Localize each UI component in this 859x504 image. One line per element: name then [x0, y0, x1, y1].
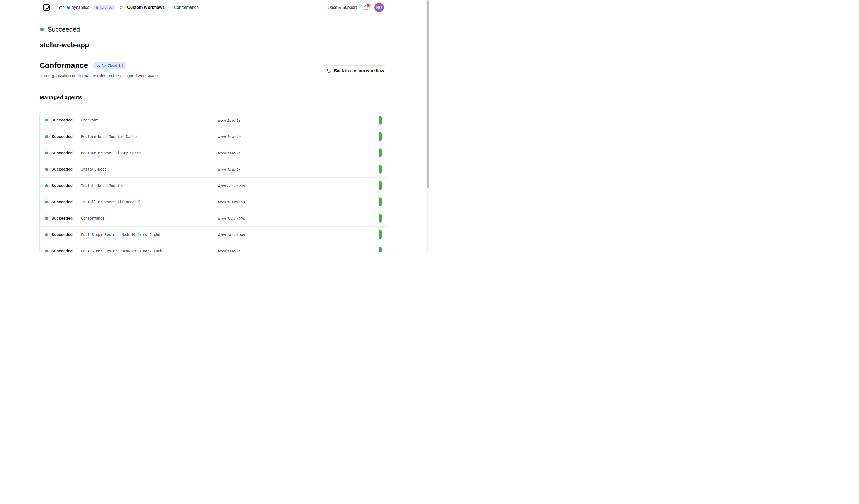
unread-notification-dot	[367, 4, 370, 7]
section-description: Run organization conformance rules on th…	[40, 74, 159, 78]
step-status-label: Succeeded	[51, 167, 73, 171]
agent-step-row[interactable]: Succeeded Conformance from 12s to 12s	[40, 210, 387, 226]
row-status: Succeeded	[45, 194, 73, 210]
step-name: Install Browsers (if needed)	[81, 200, 141, 204]
by-nx-cloud-badge[interactable]: by Nx Cloud	[93, 62, 126, 69]
status-dot-icon	[40, 28, 44, 31]
docs-support-link[interactable]: Docs & Support	[328, 5, 357, 10]
agent-step-row[interactable]: Succeeded Checkout from 1s to 1s	[40, 112, 387, 128]
nx-cloud-badge-icon	[119, 64, 123, 67]
step-duration-bar	[379, 149, 382, 157]
managed-agents-title: Managed agents	[40, 94, 82, 101]
step-name: Install Node	[81, 167, 107, 171]
step-timing: from 23s to 23s	[218, 183, 245, 188]
section-head: Conformance by Nx Cloud	[40, 61, 126, 70]
breadcrumb-separator: /	[54, 5, 55, 10]
step-name: Restore Browser Binary Cache	[81, 151, 141, 155]
row-status: Succeeded	[45, 128, 73, 144]
step-timing: from 1s to 1s	[218, 151, 241, 155]
status-dot-icon	[45, 250, 48, 252]
step-timing: from 12s to 12s	[218, 216, 245, 220]
step-timing: from 1s to 1s	[218, 249, 241, 252]
step-status-label: Succeeded	[51, 118, 73, 122]
back-to-custom-workflow-button[interactable]: Back to custom workflow	[323, 65, 388, 76]
step-timing: from 34s to 34s	[218, 232, 245, 237]
step-timing: from 1s to 1s	[218, 167, 241, 171]
user-avatar[interactable]: NO	[375, 3, 384, 12]
step-name: Conformance	[81, 216, 105, 220]
step-timing: from 1s to 1s	[218, 118, 241, 122]
status-dot-icon	[45, 201, 48, 203]
row-status: Succeeded	[45, 210, 73, 226]
step-duration-bar	[379, 165, 382, 174]
page: / stellar-dynamics Enterprise Custom Wor…	[0, 0, 430, 252]
workspace-title: stellar-web-app	[40, 41, 89, 49]
managed-agents-card: Succeeded Checkout from 1s to 1s Succeed…	[40, 111, 388, 252]
step-timing: from 1s to 1s	[218, 135, 241, 139]
workspace-switcher-icon[interactable]	[119, 5, 123, 10]
scrollbar-thumb[interactable]	[427, 0, 429, 188]
nx-cloud-logo-icon[interactable]	[43, 4, 50, 11]
row-status: Succeeded	[45, 178, 73, 194]
agent-step-row[interactable]: Succeeded Restore Browser Binary Cache f…	[40, 144, 387, 161]
plan-badge: Enterprise	[93, 5, 115, 10]
row-status: Succeeded	[45, 243, 73, 252]
agent-step-row[interactable]: Succeeded Post Step: Restore Node Module…	[40, 226, 387, 243]
status-dot-icon	[45, 184, 48, 187]
status-dot-icon	[45, 217, 48, 220]
step-name: Post Step: Restore Browser Binary Cache	[81, 249, 164, 252]
step-name: Checkout	[81, 118, 98, 122]
agent-step-row[interactable]: Succeeded Post Step: Restore Browser Bin…	[40, 243, 387, 252]
step-duration-bar	[379, 132, 382, 141]
step-name: Post Step: Restore Node Modules Cache	[81, 232, 160, 237]
back-button-label: Back to custom workflow	[334, 68, 384, 73]
status-dot-icon	[45, 233, 48, 236]
by-nx-cloud-label: by Nx Cloud	[96, 63, 117, 67]
breadcrumb-separator: /	[168, 5, 170, 10]
step-duration-bar	[379, 116, 382, 125]
agent-step-row[interactable]: Succeeded Install Node from 1s to 1s	[40, 161, 387, 177]
step-status-label: Succeeded	[51, 249, 73, 252]
row-status: Succeeded	[45, 161, 73, 177]
step-duration-bar	[379, 214, 382, 223]
status-dot-icon	[45, 135, 48, 138]
workflow-status-label: Succeeded	[47, 26, 80, 33]
agent-step-row[interactable]: Succeeded Install Node Modules from 23s …	[40, 177, 387, 194]
row-status: Succeeded	[45, 145, 73, 161]
step-name: Install Node Modules	[81, 183, 124, 188]
step-status-label: Succeeded	[51, 151, 73, 155]
step-status-label: Succeeded	[51, 134, 73, 139]
breadcrumb-org[interactable]: stellar-dynamics	[59, 5, 89, 10]
step-status-label: Succeeded	[51, 216, 73, 220]
breadcrumb-page[interactable]: Conformance	[174, 5, 199, 10]
step-duration-bar	[379, 230, 382, 239]
step-status-label: Succeeded	[51, 200, 73, 204]
row-status: Succeeded	[45, 227, 73, 243]
step-duration-bar	[379, 198, 382, 206]
step-status-label: Succeeded	[51, 183, 73, 188]
step-duration-bar	[379, 181, 382, 190]
nav-right: Docs & Support NO	[328, 3, 384, 12]
status-dot-icon	[45, 152, 48, 154]
step-timing: from 16s to 16s	[218, 200, 245, 204]
agent-step-row[interactable]: Succeeded Restore Node Modules Cache fro…	[40, 128, 387, 144]
undo-arrow-icon	[326, 68, 331, 73]
agent-step-row[interactable]: Succeeded Install Browsers (if needed) f…	[40, 194, 387, 210]
step-status-label: Succeeded	[51, 232, 73, 237]
step-name: Restore Node Modules Cache	[81, 135, 137, 139]
notifications-bell-icon[interactable]	[362, 4, 369, 11]
step-duration-bar	[379, 247, 382, 252]
workflow-status: Succeeded	[40, 26, 80, 33]
status-dot-icon	[45, 168, 48, 171]
section-title: Conformance	[40, 61, 88, 70]
top-nav: / stellar-dynamics Enterprise Custom Wor…	[0, 0, 426, 15]
row-status: Succeeded	[45, 112, 73, 128]
status-dot-icon	[45, 119, 48, 121]
scrollbar-track	[426, 0, 430, 252]
breadcrumb-section[interactable]: Custom Workflows	[127, 5, 165, 10]
